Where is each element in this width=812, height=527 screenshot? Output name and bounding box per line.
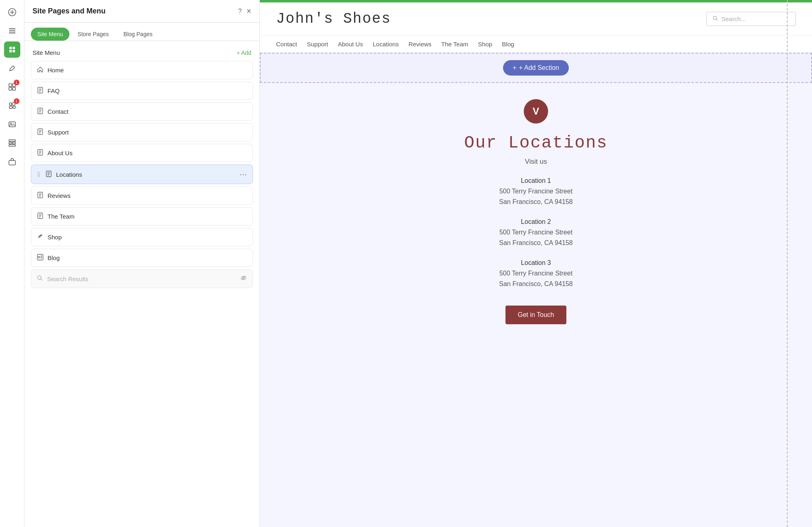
menu-item-blog[interactable]: Blog <box>31 249 253 267</box>
svg-rect-23 <box>9 145 15 146</box>
svg-point-14 <box>9 103 12 105</box>
visibility-icon[interactable] <box>240 275 247 283</box>
content-section: V Our Locations Visit us Location 1 500 … <box>260 83 812 340</box>
location-2-name: Location 2 <box>284 218 788 226</box>
panel-header-actions: ? × <box>238 7 251 16</box>
tab-blog-pages[interactable]: Blog Pages <box>117 28 159 41</box>
menu-item-contact-label: Contact <box>48 108 247 115</box>
help-button[interactable]: ? <box>238 8 242 15</box>
menu-item-faq[interactable]: FAQ <box>31 82 253 100</box>
panel-header: Site Pages and Menu ? × <box>24 0 259 23</box>
right-dashed-border <box>787 0 788 527</box>
location-3-name: Location 3 <box>284 259 788 267</box>
visit-us-text: Visit us <box>284 158 788 166</box>
apps-badge: 1 <box>14 80 19 85</box>
get-in-touch-button[interactable]: Get in Touch <box>505 306 566 324</box>
nav-item-locations[interactable]: Locations <box>373 41 399 48</box>
menu-item-about-us[interactable]: About Us <box>31 144 253 162</box>
site-logo: V <box>524 99 548 124</box>
nav-item-shop[interactable]: Shop <box>478 41 492 48</box>
menu-item-search-results[interactable]: Search Results <box>31 269 253 288</box>
svg-rect-22 <box>13 142 15 144</box>
menu-item-support[interactable]: Support <box>31 123 253 141</box>
location-3: Location 3 500 Terry Francine Street San… <box>284 259 788 289</box>
svg-point-53 <box>38 256 40 258</box>
svg-rect-20 <box>9 140 15 141</box>
location-1: Location 1 500 Terry Francine Street San… <box>284 177 788 207</box>
search-placeholder: Search... <box>721 15 746 22</box>
location-1-street: 500 Terry Francine Street <box>284 186 788 197</box>
left-sidebar: 1 1 <box>0 0 24 527</box>
nav-item-about-us[interactable]: About Us <box>338 41 363 48</box>
add-icon[interactable] <box>4 4 20 20</box>
bag-icon[interactable] <box>4 154 20 170</box>
svg-rect-16 <box>9 106 12 108</box>
panel-content: Site Menu + Add Home FAQ Contact <box>24 41 259 527</box>
menu-item-reviews[interactable]: Reviews <box>31 187 253 205</box>
svg-rect-9 <box>13 50 15 52</box>
location-1-city: San Francisco, CA 94158 <box>284 197 788 207</box>
search-results-label: Search Results <box>47 275 236 282</box>
svg-rect-24 <box>9 160 15 165</box>
svg-rect-3 <box>9 28 15 29</box>
svg-point-60 <box>713 16 717 20</box>
location-1-name: Location 1 <box>284 177 788 184</box>
site-header: John's Shoes Search... <box>260 2 812 36</box>
reviews-page-icon <box>37 192 43 200</box>
location-2-street: 500 Terry Francine Street <box>284 227 788 238</box>
plus-icon: + <box>513 64 516 72</box>
svg-point-55 <box>38 276 41 280</box>
site-preview-wrapper: John's Shoes Search... Contact Support A… <box>260 0 812 527</box>
widgets-icon[interactable]: 1 <box>4 98 20 114</box>
nav-item-blog[interactable]: Blog <box>502 41 514 48</box>
contact-page-icon <box>37 108 43 115</box>
svg-point-17 <box>13 106 15 108</box>
site-menu-header: Site Menu + Add <box>31 46 253 61</box>
site-preview: John's Shoes Search... Contact Support A… <box>260 2 812 527</box>
menu-item-faq-label: FAQ <box>48 87 247 94</box>
nav-item-support[interactable]: Support <box>307 41 328 48</box>
about-page-icon <box>37 149 43 157</box>
menu-item-the-team[interactable]: The Team <box>31 207 253 226</box>
team-page-icon <box>37 213 43 220</box>
grid-icon[interactable] <box>4 135 20 151</box>
svg-point-19 <box>10 123 11 124</box>
tab-site-menu[interactable]: Site Menu <box>31 28 69 41</box>
menu-item-support-label: Support <box>48 129 247 136</box>
menu-item-shop[interactable]: Shop <box>31 228 253 246</box>
location-2-city: San Francisco, CA 94158 <box>284 238 788 248</box>
nav-item-contact[interactable]: Contact <box>276 41 297 48</box>
svg-line-56 <box>41 279 43 281</box>
close-button[interactable]: × <box>246 7 251 16</box>
menu-item-home-label: Home <box>48 67 247 74</box>
design-icon[interactable] <box>4 41 20 58</box>
location-2: Location 2 500 Terry Francine Street San… <box>284 218 788 248</box>
tab-store-pages[interactable]: Store Pages <box>71 28 115 41</box>
locations-section-title: Our Locations <box>284 133 788 153</box>
menu-item-locations[interactable]: ⣿ Locations ⋯ <box>31 165 253 184</box>
site-search-box[interactable]: Search... <box>706 12 796 26</box>
menu-item-home[interactable]: Home <box>31 61 253 79</box>
location-3-city: San Francisco, CA 94158 <box>284 279 788 289</box>
add-section-label: + Add Section <box>519 64 559 72</box>
pages-icon[interactable] <box>4 23 20 39</box>
shop-link-icon <box>37 233 43 241</box>
home-icon <box>37 66 43 74</box>
menu-item-about-label: About Us <box>48 150 247 156</box>
panel: Site Pages and Menu ? × Site Menu Store … <box>24 0 260 527</box>
nav-item-reviews[interactable]: Reviews <box>408 41 432 48</box>
panel-tabs: Site Menu Store Pages Blog Pages <box>24 23 259 41</box>
nav-item-the-team[interactable]: The Team <box>441 41 468 48</box>
add-page-button[interactable]: + Add <box>237 50 251 56</box>
support-page-icon <box>37 128 43 136</box>
apps-icon[interactable]: 1 <box>4 79 20 95</box>
brush-icon[interactable] <box>4 60 20 76</box>
menu-item-blog-label: Blog <box>48 254 247 261</box>
faq-page-icon <box>37 87 43 95</box>
add-section-button[interactable]: + + Add Section <box>503 60 569 76</box>
location-3-street: 500 Terry Francine Street <box>284 268 788 279</box>
media-icon[interactable] <box>4 116 20 132</box>
menu-item-contact[interactable]: Contact <box>31 102 253 121</box>
svg-rect-10 <box>9 84 12 87</box>
more-options-button[interactable]: ⋯ <box>240 170 247 179</box>
